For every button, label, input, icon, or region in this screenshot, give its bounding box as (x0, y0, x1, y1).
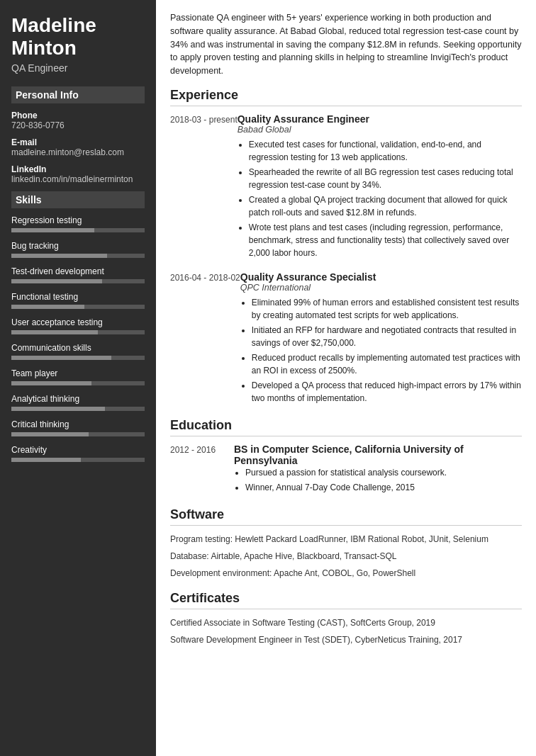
company: QPC International (240, 283, 522, 293)
skill-bar-bg (11, 330, 145, 334)
skill-bar-fill (11, 279, 102, 283)
skill-bar-fill (11, 254, 107, 258)
bullet-list: Executed test cases for functional, vali… (238, 138, 522, 259)
bullet: Pursued a passion for statistical analys… (245, 466, 522, 479)
edu-bullet-list: Pursued a passion for statistical analys… (234, 466, 522, 494)
skill-bar-fill (11, 458, 81, 462)
entry-date: 2016-04 - 2018-02 (170, 271, 240, 407)
skills-header: Skills (11, 191, 145, 208)
company: Babad Global (238, 125, 522, 135)
skill-bar-fill (11, 432, 89, 436)
candidate-title: QA Engineer (11, 62, 145, 74)
certificates-header: Certificates (170, 591, 522, 609)
skills-section: Regression testing Bug tracking Test-dri… (11, 215, 145, 462)
skill-item: Regression testing (11, 215, 145, 232)
resume-container: Madeline Minton QA Engineer Personal Inf… (0, 0, 536, 756)
bullet: Executed test cases for functional, vali… (249, 138, 522, 164)
education-entry: 2012 - 2016 BS in Computer Science, Cali… (170, 444, 522, 496)
skill-bar-fill (11, 305, 84, 309)
linkedin-value: linkedin.com/in/madleinerminton (11, 174, 145, 184)
education-section: Education 2012 - 2016 BS in Computer Sci… (170, 418, 522, 496)
email-label: E-mail (11, 137, 145, 147)
education-list: 2012 - 2016 BS in Computer Science, Cali… (170, 444, 522, 496)
linkedin-info: LinkedIn linkedin.com/in/madleinerminton (11, 164, 145, 184)
skill-bar-bg (11, 407, 145, 411)
skill-name: Regression testing (11, 215, 145, 225)
phone-label: Phone (11, 111, 145, 120)
skill-bar-bg (11, 254, 145, 258)
skill-name: Communication skills (11, 343, 145, 353)
cert-row: Software Development Engineer in Test (S… (170, 633, 522, 646)
certs-list: Certified Associate in Software Testing … (170, 616, 522, 646)
candidate-name: Madeline Minton (11, 14, 145, 60)
bullet: Wrote test plans and test cases (includi… (249, 221, 522, 259)
phone-value: 720-836-0776 (11, 120, 145, 130)
software-row: Program testing: Hewlett Packard LoadRun… (170, 533, 522, 546)
entry-body: Quality Assurance Specialist QPC Interna… (240, 271, 522, 407)
skill-bar-fill (11, 356, 111, 360)
skill-item: Functional testing (11, 292, 145, 309)
personal-info-header: Personal Info (11, 86, 145, 103)
skill-bar-bg (11, 458, 145, 462)
software-row: Development environment: Apache Ant, COB… (170, 567, 522, 580)
edu-body: BS in Computer Science, California Unive… (234, 444, 522, 496)
skill-name: Team player (11, 368, 145, 378)
software-section: Software Program testing: Hewlett Packar… (170, 507, 522, 580)
main-content: Passionate QA engineer with 5+ years' ex… (156, 0, 536, 756)
skill-item: Bug tracking (11, 241, 145, 258)
skill-item: Team player (11, 368, 145, 385)
skill-name: Analytical thinking (11, 394, 145, 404)
email-info: E-mail madleine.minton@reslab.com (11, 137, 145, 157)
skill-bar-bg (11, 356, 145, 360)
education-header: Education (170, 418, 522, 436)
skill-name: User acceptance testing (11, 317, 145, 327)
skill-name: Bug tracking (11, 241, 145, 251)
summary-text: Passionate QA engineer with 5+ years' ex… (170, 11, 522, 78)
skill-item: Creativity (11, 445, 145, 462)
bullet: Eliminated 99% of human errors and estab… (252, 296, 522, 322)
experience-entry: 2016-04 - 2018-02 Quality Assurance Spec… (170, 271, 522, 407)
skill-item: User acceptance testing (11, 317, 145, 334)
entry-body: Quality Assurance Engineer Babad Global … (238, 113, 522, 261)
skill-bar-fill (11, 381, 91, 385)
bullet: Initiated an RFP for hardware and negoti… (252, 324, 522, 349)
software-list: Program testing: Hewlett Packard LoadRun… (170, 533, 522, 580)
skill-name: Functional testing (11, 292, 145, 302)
skill-name: Test-driven development (11, 266, 145, 276)
email-value: madleine.minton@reslab.com (11, 147, 145, 157)
certificates-section: Certificates Certified Associate in Soft… (170, 591, 522, 646)
edu-degree: BS in Computer Science, California Unive… (234, 444, 522, 466)
software-row: Database: Airtable, Apache Hive, Blackbo… (170, 550, 522, 563)
bullet: Developed a QA process that reduced high… (252, 379, 522, 405)
phone-info: Phone 720-836-0776 (11, 111, 145, 130)
skill-name: Critical thinking (11, 419, 145, 429)
bullet: Created a global QA project tracking doc… (249, 193, 522, 219)
experience-list: 2018-03 - present Quality Assurance Engi… (170, 113, 522, 407)
skill-bar-bg (11, 432, 145, 436)
edu-date: 2012 - 2016 (170, 444, 234, 496)
bullet: Spearheaded the rewrite of all BG regres… (249, 166, 522, 191)
skill-item: Critical thinking (11, 419, 145, 436)
skill-bar-fill (11, 228, 94, 232)
experience-entry: 2018-03 - present Quality Assurance Engi… (170, 113, 522, 261)
linkedin-label: LinkedIn (11, 164, 145, 174)
skill-item: Test-driven development (11, 266, 145, 283)
skill-name: Creativity (11, 445, 145, 455)
skill-bar-fill (11, 407, 105, 411)
bullet-list: Eliminated 99% of human errors and estab… (240, 296, 522, 405)
skill-bar-bg (11, 305, 145, 309)
job-title: Quality Assurance Engineer (238, 113, 522, 125)
sidebar: Madeline Minton QA Engineer Personal Inf… (0, 0, 156, 756)
bullet: Winner, Annual 7-Day Code Challenge, 201… (245, 481, 522, 494)
skill-item: Analytical thinking (11, 394, 145, 411)
bullet: Reduced product recalls by implementing … (252, 351, 522, 377)
skill-bar-bg (11, 228, 145, 232)
skill-item: Communication skills (11, 343, 145, 360)
skill-bar-bg (11, 279, 145, 283)
software-header: Software (170, 507, 522, 526)
skill-bar-bg (11, 381, 145, 385)
experience-header: Experience (170, 88, 522, 106)
cert-row: Certified Associate in Software Testing … (170, 616, 522, 629)
skill-bar-fill (11, 330, 98, 334)
entry-date: 2018-03 - present (170, 113, 238, 261)
